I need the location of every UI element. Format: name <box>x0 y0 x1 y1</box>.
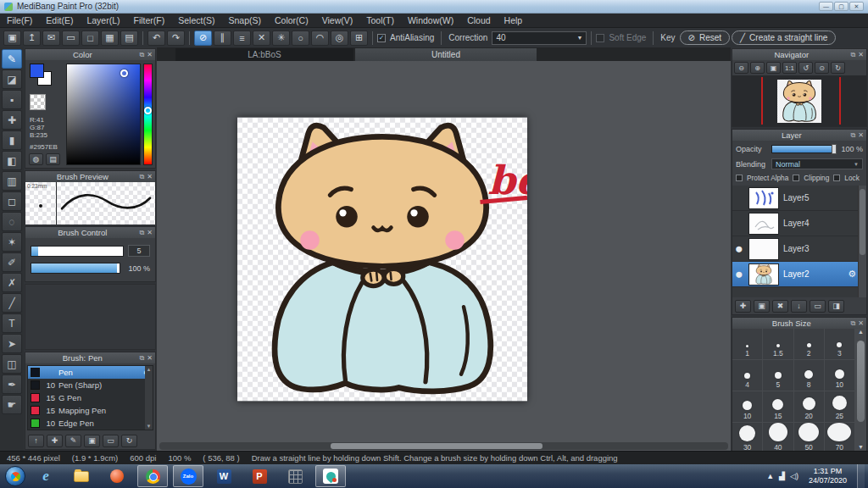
reload-brush-icon[interactable]: ↻ <box>121 435 137 447</box>
layer-list-scrollbar[interactable] <box>858 186 866 297</box>
correction-select[interactable]: 40 ▼ <box>492 31 587 45</box>
brush-opacity-slider[interactable] <box>31 263 120 274</box>
fit-window-icon[interactable]: ▣ <box>766 62 781 74</box>
saturation-value-picker[interactable] <box>66 64 141 165</box>
clipping-checkbox[interactable] <box>793 175 799 181</box>
menu-item-edit-e-[interactable]: Edit(E) <box>39 14 80 27</box>
protect-alpha-checkbox[interactable] <box>736 175 743 181</box>
maximize-button[interactable]: ▢ <box>834 2 849 11</box>
popout-icon[interactable]: ⧉ <box>140 354 145 363</box>
layer-row-layer2[interactable]: ⬤Layer2⚙ <box>732 262 866 287</box>
document-tab-1[interactable]: LA:bBoS <box>175 48 353 61</box>
delete-layer-icon[interactable]: ✖ <box>772 300 788 313</box>
brush-size-option-40[interactable]: 40 <box>763 423 793 454</box>
close-icon[interactable]: ✕ <box>147 354 153 362</box>
export-icon[interactable]: ↥ <box>23 30 41 46</box>
brush-size-option-70[interactable]: 70 <box>825 423 855 454</box>
blending-select[interactable]: Normal ▼ <box>771 158 863 169</box>
document-tab-2[interactable]: Untitled <box>355 48 537 61</box>
scroll-up-icon[interactable]: ▲ <box>855 329 866 339</box>
move-tool[interactable]: ✚ <box>2 110 22 130</box>
brush-size-option-1[interactable]: 1 <box>732 329 763 360</box>
close-icon[interactable]: ✕ <box>858 51 864 58</box>
operation-tool[interactable]: ➤ <box>2 334 22 353</box>
medibang-icon[interactable] <box>315 465 346 487</box>
color-wheel-icon[interactable]: ◍ <box>29 153 43 165</box>
eraser-tool[interactable]: ◪ <box>2 69 22 89</box>
menu-item-color-c-[interactable]: Color(C) <box>268 14 315 27</box>
brush-item-edge-pen[interactable]: 10Edge Pen <box>28 417 153 430</box>
close-icon[interactable]: ✕ <box>147 229 153 236</box>
brush-size-option-10[interactable]: 10 <box>825 360 855 391</box>
layer-row-layer4[interactable]: Layer4 <box>732 211 866 236</box>
menu-item-filter-f-[interactable]: Filter(F) <box>127 14 172 27</box>
visibility-eye-icon[interactable]: ⬤ <box>734 246 744 252</box>
line-tool[interactable]: ╱ <box>2 293 22 313</box>
grid-icon[interactable]: ▦ <box>101 30 119 46</box>
brush-item-mapping-pen[interactable]: 15Mapping Pen <box>28 404 153 417</box>
soft-edge-checkbox[interactable] <box>596 34 604 42</box>
ellipse-snap-icon[interactable]: ◎ <box>331 30 348 46</box>
show-desktop-button[interactable] <box>857 464 865 488</box>
brush-size-option-3[interactable]: 3 <box>825 329 855 360</box>
rotate-left-icon[interactable]: ↺ <box>798 62 813 74</box>
brush-size-option-30[interactable]: 30 <box>732 423 763 454</box>
network-icon[interactable]: ▟ <box>779 472 785 480</box>
popout-icon[interactable]: ⧉ <box>140 51 145 59</box>
popout-icon[interactable]: ⧉ <box>851 51 856 59</box>
canvas-document[interactable]: bé <box>237 117 527 402</box>
sv-marker[interactable] <box>120 69 128 77</box>
hand-tool[interactable]: ☛ <box>2 395 22 414</box>
brush-list-scrollbar[interactable]: ▲▼ <box>145 366 153 430</box>
reset-button[interactable]: ⊘ Reset <box>680 30 731 45</box>
minimize-button[interactable]: — <box>819 2 833 11</box>
brush-size-option-15[interactable]: 15 <box>763 391 793 423</box>
save-icon[interactable]: ▣ <box>3 30 21 46</box>
menu-item-select-s-[interactable]: Select(S) <box>171 14 221 27</box>
close-button[interactable]: ✕ <box>849 2 864 11</box>
horizontal-scrollbar-thumb[interactable] <box>331 443 542 449</box>
menu-item-layer-l-[interactable]: Layer(L) <box>80 14 126 27</box>
menu-item-snap-s-[interactable]: Snap(S) <box>221 14 268 27</box>
zoom-out-icon[interactable]: ⊖ <box>734 62 748 74</box>
close-icon[interactable]: ✕ <box>147 173 153 180</box>
hue-bar[interactable] <box>143 64 153 165</box>
bucket-tool[interactable]: ◧ <box>2 151 22 170</box>
reset-rotation-icon[interactable]: ⊙ <box>815 62 829 74</box>
menu-item-view-v-[interactable]: View(V) <box>315 14 360 27</box>
folder-layer-icon[interactable]: ▭ <box>810 300 826 313</box>
brush-size-slider[interactable] <box>31 246 124 257</box>
powerpoint-icon[interactable]: P <box>244 465 275 487</box>
gear-icon[interactable]: ⚙ <box>848 269 856 280</box>
brush-size-option-25[interactable]: 25 <box>825 391 855 423</box>
taskbar-clock[interactable]: 1:31 PM 24/07/2020 <box>804 467 852 485</box>
create-straight-line-button[interactable]: ╱ Create a straight line <box>732 30 836 45</box>
start-button[interactable] <box>5 466 25 486</box>
upload-brush-icon[interactable]: ↑ <box>28 435 44 447</box>
brush-size-scrollbar[interactable]: ▲ ▼ <box>855 329 866 454</box>
navigator-preview[interactable] <box>732 75 866 126</box>
brush-size-value[interactable]: 5 <box>128 245 150 257</box>
layer-row-layer5[interactable]: Layer5 <box>732 186 866 211</box>
brush-size-option-1-5[interactable]: 1.5 <box>763 329 793 360</box>
opacity-slider[interactable] <box>771 145 836 153</box>
eyedropper-tool[interactable]: ✒ <box>2 374 22 394</box>
brush-size-option-50[interactable]: 50 <box>794 423 825 454</box>
dot-tool[interactable]: ▪ <box>2 90 22 109</box>
select-tool[interactable]: ◻ <box>2 191 22 211</box>
media-app-icon[interactable] <box>102 465 132 487</box>
perspective-snap-icon[interactable]: ⊞ <box>350 30 368 46</box>
brush-size-option-20[interactable]: 20 <box>794 391 825 423</box>
brush-size-option-8[interactable]: 8 <box>794 360 825 391</box>
lock-checkbox[interactable] <box>833 175 840 181</box>
zoom-in-icon[interactable]: ⊕ <box>750 62 765 74</box>
popout-icon[interactable]: ⧉ <box>851 131 856 140</box>
material-icon[interactable]: ▤ <box>120 30 138 46</box>
comment-icon[interactable]: ✉ <box>42 30 60 46</box>
lasso-tool[interactable]: ◌ <box>2 212 22 231</box>
color-sliders-icon[interactable]: ▤ <box>46 153 60 165</box>
snap-off-icon[interactable]: ⊘ <box>194 30 212 46</box>
new-canvas-icon[interactable]: □ <box>81 30 99 46</box>
scrollbar-thumb[interactable] <box>857 341 865 422</box>
folder-icon[interactable] <box>66 465 97 487</box>
